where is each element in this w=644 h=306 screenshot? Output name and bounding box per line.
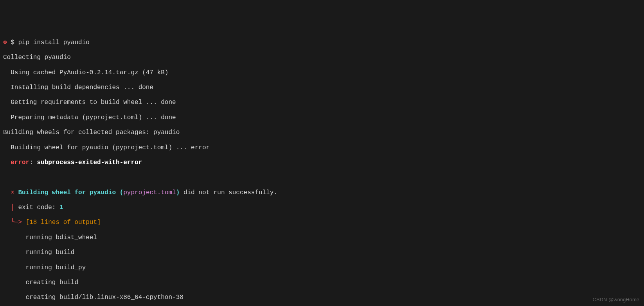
output-line: Using cached PyAudio-0.2.14.tar.gz (47 k… (3, 69, 641, 77)
error-msg: subprocess-exited-with-error (37, 159, 142, 166)
pipe-icon: │ (3, 204, 18, 211)
output-line: Building wheels for collected packages: … (3, 129, 641, 136)
arrow-icon: ╰─> (3, 219, 26, 226)
shell-prompt: $ (7, 39, 18, 46)
output-line: running build_py (3, 264, 641, 272)
error-label: error (3, 159, 29, 166)
exit-code: 1 (59, 204, 63, 211)
exit-code-line: │ exit code: 1 (3, 204, 641, 211)
watermark: CSDN @wongHome (593, 297, 639, 303)
command-line: ⊗ $ pip install pyaudio (3, 39, 641, 47)
output-line: Installing build dependencies ... done (3, 84, 641, 91)
error-indicator-icon: ⊗ (3, 39, 7, 46)
output-line: Building wheel for pyaudio (pyproject.to… (3, 144, 641, 152)
output-line: Getting requirements to build wheel ... … (3, 99, 641, 106)
fail-header-line: × Building wheel for pyaudio (pyproject.… (3, 189, 641, 197)
output-line: Collecting pyaudio (3, 54, 641, 61)
terminal-output: ⊗ $ pip install pyaudio Collecting pyaud… (3, 32, 641, 306)
error-line: error: subprocess-exited-with-error (3, 159, 641, 166)
output-line: running build (3, 249, 641, 256)
output-line: Preparing metadata (pyproject.toml) ... … (3, 114, 641, 122)
command-text: pip install pyaudio (18, 39, 89, 46)
output-line: running bdist_wheel (3, 234, 641, 242)
output-marker-line: ╰─> [18 lines of output] (3, 219, 641, 226)
blank-line (3, 174, 641, 181)
cross-icon: × (3, 189, 18, 196)
output-line: creating build/lib.linux-x86_64-cpython-… (3, 294, 641, 301)
output-line: creating build (3, 279, 641, 286)
